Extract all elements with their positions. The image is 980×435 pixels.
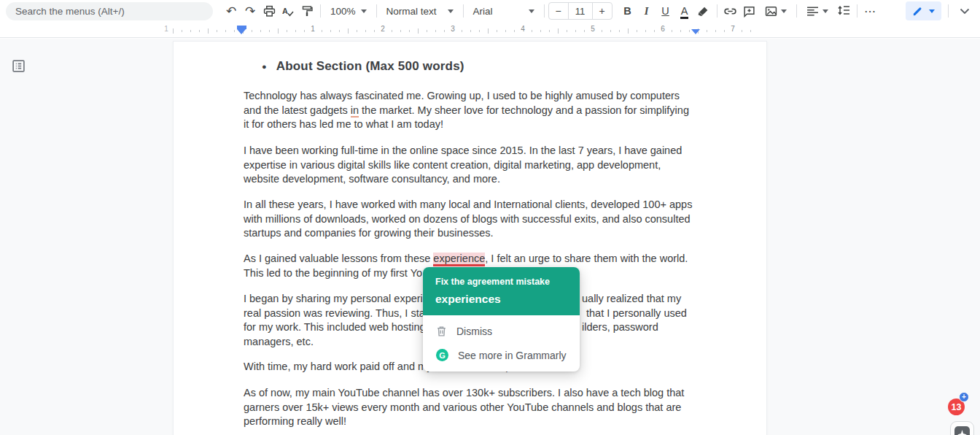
zoom-value: 100% (330, 6, 356, 17)
grammarly-apply-suggestion-button[interactable]: Fix the agreement mistake experiences (423, 267, 580, 315)
insert-link-button[interactable] (721, 2, 740, 20)
more-options-button[interactable]: ⋯ (861, 2, 880, 20)
search-menus-placeholder: Search the menus (Alt+/) (15, 6, 125, 17)
toolbar-divider (948, 4, 949, 18)
doc-text: that I personally used (586, 307, 687, 320)
ruler-number: 5 (588, 25, 597, 34)
grammarly-assistant-button[interactable] (950, 421, 974, 435)
doc-line: it for others has led me to what I am to… (244, 118, 443, 131)
line-spacing-button[interactable] (834, 2, 853, 20)
toolbar-divider (320, 4, 321, 18)
editing-mode-button[interactable] (906, 1, 941, 20)
ruler-number: 3 (448, 25, 457, 34)
paint-format-button[interactable] (298, 2, 316, 20)
redo-button[interactable]: ↷ (241, 2, 260, 20)
hide-menus-button[interactable] (955, 2, 974, 20)
spellcheck-icon: A (281, 5, 295, 18)
doc-line: managers, etc. (244, 335, 314, 349)
grammarly-suggestion-word[interactable]: in (351, 104, 359, 118)
right-indent-marker[interactable] (691, 29, 700, 34)
toolbar-divider (717, 4, 718, 18)
document-page[interactable]: ● About Section (Max 500 words) Technolo… (173, 41, 767, 435)
see-more-in-grammarly-button[interactable]: G See more in Grammarly (423, 343, 580, 367)
ruler-number: 1 (308, 25, 317, 34)
sparkle-star-icon (957, 430, 967, 435)
add-comment-button[interactable] (740, 2, 759, 20)
text-color-button[interactable]: A (675, 5, 694, 17)
left-indent-marker[interactable] (237, 26, 246, 34)
ruler-number: 7 (728, 25, 737, 34)
spelling-check-button[interactable]: A (279, 2, 298, 20)
font-select[interactable]: Arial (467, 2, 540, 20)
font-value: Arial (473, 6, 493, 17)
doc-line: with millions of downloads, worked on do… (244, 212, 691, 226)
horizontal-ruler[interactable]: 1 1 2 3 4 5 6 7 (0, 22, 980, 38)
plus-icon: + (962, 393, 966, 401)
pencil-icon (912, 6, 923, 17)
show-document-outline-button[interactable] (9, 56, 28, 75)
doc-line: and the latest gadgets in the market. My… (244, 104, 689, 118)
doc-line: expertise in various digital skills like… (244, 158, 661, 172)
alert-count: 13 (952, 402, 962, 412)
underline-button[interactable]: U (656, 5, 675, 17)
doc-text: I began by sharing my personal experi (244, 293, 423, 304)
see-more-label: See more in Grammarly (458, 350, 567, 361)
align-left-icon (806, 6, 819, 17)
font-size-control: − 11 + (548, 2, 612, 20)
doc-line: This led to the beginning of my first Yo (244, 266, 422, 280)
doc-line: real passion was reviewing. Thus, I stat… (244, 307, 425, 320)
dismiss-label: Dismiss (456, 326, 492, 337)
more-icon: ⋯ (864, 4, 876, 18)
decrease-font-size-button[interactable]: − (549, 3, 568, 19)
doc-text: As I gained valuable lessons from these (244, 253, 433, 264)
ruler-ticks-half (173, 28, 759, 34)
doc-line: startups and companies for growing their… (244, 226, 494, 240)
print-button[interactable] (260, 2, 279, 20)
image-icon (765, 5, 777, 18)
section-heading: ● About Section (Max 500 words) (262, 59, 464, 74)
search-menus-input[interactable]: Search the menus (Alt+/) (6, 2, 213, 20)
doc-line: As I gained valuable lessons from these … (244, 252, 688, 266)
italic-button[interactable]: I (637, 5, 656, 18)
increase-font-size-button[interactable]: + (593, 3, 612, 19)
line-spacing-icon (837, 5, 850, 17)
suggestion-replacement: experiences (435, 293, 567, 306)
undo-icon: ↶ (226, 4, 236, 19)
bold-button[interactable]: B (618, 5, 637, 17)
doc-text: ually realized that my (582, 292, 681, 306)
toolbar-divider (544, 4, 545, 18)
list-bullet: ● (262, 62, 267, 71)
doc-text: and the latest gadgets (244, 104, 351, 116)
paint-format-icon (301, 5, 313, 18)
toolbar-divider (857, 4, 858, 18)
ruler-number-outside: 1 (162, 25, 171, 34)
doc-line: for my work. This included web hostingil… (244, 320, 426, 334)
align-button[interactable] (801, 2, 834, 20)
doc-line: I have been working full-time in the onl… (244, 144, 682, 158)
suggestion-title: Fix the agreement mistake (435, 277, 567, 287)
doc-text: real passion was reviewing. Thus, I sta (244, 307, 425, 319)
paragraph-style-value: Normal text (386, 6, 437, 17)
grammarly-premium-plus-badge: + (959, 392, 969, 402)
font-size-input[interactable]: 11 (568, 3, 593, 19)
svg-text:A: A (282, 6, 288, 15)
document-outline-icon (12, 59, 26, 73)
link-icon (723, 5, 737, 18)
zoom-select[interactable]: 100% (324, 2, 373, 20)
text-color-label: A (680, 5, 689, 19)
doc-line: website development, software consultanc… (244, 172, 500, 186)
highlight-color-button[interactable] (694, 2, 713, 20)
chevron-down-icon (960, 8, 970, 15)
undo-button[interactable]: ↶ (222, 2, 241, 20)
doc-line: performing really well! (244, 415, 346, 428)
doc-line: In all these years, I have worked with m… (244, 198, 692, 212)
chevron-down-icon (529, 9, 534, 13)
comment-icon (743, 5, 755, 18)
doc-text: ilders, password (582, 320, 658, 334)
insert-image-button[interactable] (759, 2, 793, 20)
dismiss-button[interactable]: Dismiss (423, 320, 580, 343)
paragraph-style-select[interactable]: Normal text (381, 2, 459, 20)
highlighter-icon (697, 5, 709, 18)
grammarly-error-word[interactable]: experience (433, 253, 485, 266)
left-indent-triangle (237, 29, 246, 34)
